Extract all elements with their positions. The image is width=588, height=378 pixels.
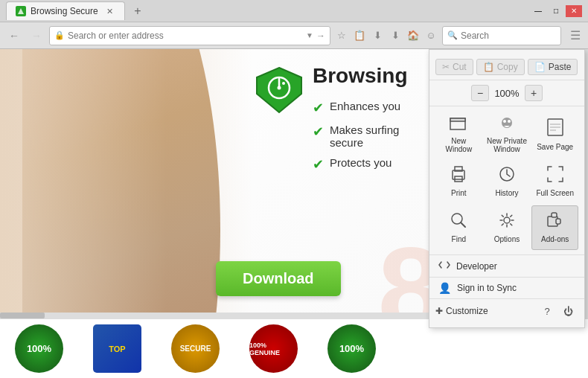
horizontal-scrollbar-thumb[interactable]	[0, 313, 45, 318]
menu-options[interactable]: Options	[484, 205, 531, 250]
feature-text-2: Makes surfing secure	[330, 124, 424, 149]
addons-icon	[546, 212, 564, 232]
download-button[interactable]: Download	[216, 261, 341, 296]
site-heading: Browsing	[313, 64, 424, 88]
fullscreen-icon	[547, 166, 563, 186]
menu-find[interactable]: Find	[435, 205, 482, 250]
forward-button[interactable]: →	[27, 26, 46, 45]
search-bar[interactable]: 🔍	[442, 26, 561, 45]
svg-point-10	[508, 120, 511, 123]
copy-button[interactable]: 📋 Copy	[476, 59, 525, 75]
content-area: 8.7 Browsing	[0, 49, 588, 378]
menu-developer[interactable]: Developer	[429, 255, 584, 277]
firefox-menu: ✂ Cut 📋 Copy 📄 Paste −	[429, 49, 585, 328]
smiley-icon[interactable]: ☺	[423, 28, 439, 44]
save-page-icon	[547, 118, 563, 140]
title-bar: Browsing Secure ✕ + — □ ✕	[0, 0, 588, 22]
secure-icon: 🔒	[54, 31, 65, 40]
badge-3-text: SECURE	[180, 345, 211, 353]
menu-footer: ✚ Customize ? ⏻	[429, 298, 584, 323]
address-dropdown-icon[interactable]: ▼	[306, 31, 313, 39]
menu-addons[interactable]: Add-ons	[531, 205, 578, 250]
zoom-out-button[interactable]: −	[471, 85, 489, 101]
address-bar[interactable]: 🔒 ▼ →	[49, 26, 330, 45]
zoom-value: 100%	[492, 88, 522, 99]
badge-2: TOP	[93, 324, 141, 373]
badge-1-text: 100%	[27, 343, 51, 354]
check-icon-3: ✔	[313, 156, 324, 173]
zoom-section: − 100% +	[429, 80, 584, 106]
zoom-row: − 100% +	[435, 83, 578, 103]
search-glass-icon: 🔍	[447, 31, 458, 40]
svg-point-21	[504, 217, 510, 223]
sign-in-icon: 👤	[438, 282, 451, 294]
check-icon-1: ✔	[313, 100, 324, 116]
menu-button[interactable]: ☰	[567, 28, 584, 44]
nav-bar: ← → 🔒 ▼ → ☆ 📋 ⬇ ⬇ 🏠 ☺ 🔍 ☰	[0, 22, 588, 49]
customize-label[interactable]: Customize	[446, 306, 537, 316]
find-icon	[450, 212, 467, 232]
badge-2-text: TOP	[109, 345, 125, 353]
check-icon-2: ✔	[313, 124, 324, 140]
menu-new-window[interactable]: New Window	[435, 111, 482, 158]
menu-new-private-window[interactable]: New Private Window	[484, 111, 531, 158]
fullscreen-label: Full Screen	[536, 189, 574, 197]
svg-point-5	[278, 86, 281, 90]
svg-rect-24	[552, 213, 557, 217]
menu-save-page[interactable]: Save Page	[531, 111, 578, 158]
new-tab-button[interactable]: +	[130, 3, 146, 19]
menu-fullscreen[interactable]: Full Screen	[531, 159, 578, 204]
shield-logo	[253, 64, 305, 116]
save-page-label: Save Page	[537, 143, 573, 151]
svg-rect-7	[450, 118, 465, 121]
zoom-in-button[interactable]: +	[525, 85, 543, 101]
help-button[interactable]: ?	[537, 302, 557, 320]
bookmark-star-icon[interactable]: ☆	[333, 28, 350, 44]
tab-close-button[interactable]: ✕	[103, 5, 115, 17]
address-go-icon[interactable]: →	[316, 31, 325, 41]
paste-icon: 📄	[534, 62, 546, 72]
title-bar-left: Browsing Secure ✕ +	[6, 1, 146, 20]
new-private-window-label: New Private Window	[487, 137, 528, 153]
copy-icon: 📋	[483, 62, 494, 72]
menu-history[interactable]: History	[484, 159, 531, 204]
paste-button[interactable]: 📄 Paste	[528, 59, 578, 75]
feature-text-1: Enhances you	[330, 100, 400, 112]
reading-list-icon[interactable]: 📋	[351, 28, 368, 44]
tab-favicon	[16, 6, 26, 16]
badge-3: SECURE	[171, 324, 220, 373]
cut-button[interactable]: ✂ Cut	[435, 59, 473, 75]
developer-label: Developer	[456, 261, 497, 272]
badge-5-text: 100%	[339, 343, 364, 354]
feature-item-1: ✔ Enhances you	[313, 100, 424, 116]
address-input[interactable]	[68, 31, 303, 41]
feature-item-2: ✔ Makes surfing secure	[313, 124, 424, 149]
svg-rect-23	[556, 219, 560, 224]
search-input[interactable]	[461, 31, 572, 41]
edit-section: ✂ Cut 📋 Copy 📄 Paste	[429, 54, 584, 80]
pocket-icon[interactable]: ⬇	[369, 28, 386, 44]
home-icon[interactable]: 🏠	[405, 28, 421, 44]
browser-tab[interactable]: Browsing Secure ✕	[6, 1, 125, 20]
menu-sign-in[interactable]: 👤 Sign in to Sync	[429, 277, 584, 298]
close-button[interactable]: ✕	[566, 5, 582, 17]
power-button[interactable]: ⏻	[557, 302, 578, 320]
download-icon[interactable]: ⬇	[387, 28, 403, 44]
minimize-button[interactable]: —	[530, 5, 546, 17]
new-window-icon	[450, 115, 467, 134]
svg-point-9	[503, 120, 506, 123]
menu-print[interactable]: Print	[435, 159, 482, 204]
feature-text-3: Protects you	[330, 156, 392, 169]
customize-plus-icon: ✚	[435, 306, 443, 316]
cut-icon: ✂	[442, 62, 450, 72]
history-label: History	[495, 189, 518, 197]
maximize-button[interactable]: □	[548, 5, 564, 17]
svg-point-4	[282, 82, 285, 85]
badge-4: 100% GENUINE	[249, 324, 298, 373]
nav-icons: ☆ 📋 ⬇ ⬇ 🏠 ☺	[333, 28, 439, 44]
edit-row: ✂ Cut 📋 Copy 📄 Paste	[435, 57, 578, 77]
svg-line-20	[461, 222, 465, 227]
back-button[interactable]: ←	[4, 26, 24, 45]
options-label: Options	[494, 235, 520, 243]
sign-in-label: Sign in to Sync	[457, 283, 517, 293]
